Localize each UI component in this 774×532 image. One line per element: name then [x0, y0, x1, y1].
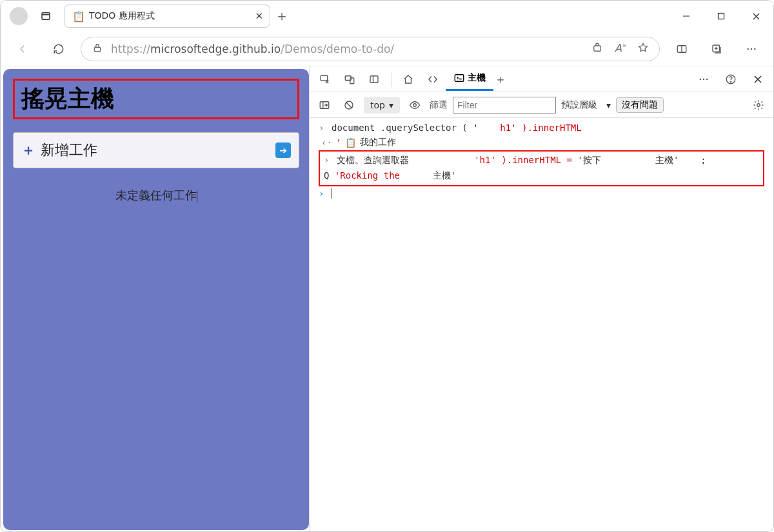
svg-point-22: [757, 103, 760, 106]
devtools-tabstrip: 主機 ＋: [310, 66, 773, 92]
content-split: 搖晃主機 ＋ 新增工作 ➔ 未定義任何工作 主機 ＋: [1, 66, 773, 532]
devtools-add-tab-button[interactable]: ＋: [495, 72, 506, 87]
tab-welcome-icon[interactable]: [397, 68, 420, 91]
prompt-chevron-icon: ›: [319, 188, 326, 199]
tab-actions-icon[interactable]: [37, 7, 55, 25]
plus-icon: ＋: [21, 141, 35, 160]
shopping-icon[interactable]: [591, 42, 603, 56]
svg-rect-3: [594, 46, 601, 51]
address-bar[interactable]: https://microsoftedge.github.io/Demos/de…: [81, 37, 660, 61]
address-actions: A»: [591, 42, 649, 56]
console-prompt[interactable]: ›: [319, 186, 764, 201]
nav-right-icons: [668, 37, 766, 61]
sidebar-toggle-icon[interactable]: [315, 96, 334, 114]
close-window-button[interactable]: [739, 2, 773, 30]
tab-active[interactable]: 📋 TODO 應用程式 ✕: [64, 5, 270, 28]
favorite-icon[interactable]: [637, 42, 649, 56]
clear-console-icon[interactable]: [339, 96, 359, 114]
collections-icon[interactable]: [702, 37, 731, 61]
tab-console-label: 主機: [468, 72, 486, 84]
context-selector[interactable]: top▾: [364, 97, 400, 113]
console-settings-icon[interactable]: [749, 96, 768, 114]
window-controls: [669, 2, 773, 30]
tab-console[interactable]: 主機: [446, 68, 493, 91]
console-input-line: › document .querySelector ( ' h1' ).inne…: [319, 121, 764, 135]
more-menu-icon[interactable]: [737, 37, 766, 61]
console-highlight-box: › 文檔。查詢選取器 'h1' ).innerHTML = '按下 主機' ; …: [319, 150, 764, 186]
devtools-more-icon[interactable]: [692, 68, 715, 91]
titlebar: 📋 TODO 應用程式 ✕ ＋: [1, 1, 773, 32]
dock-side-icon[interactable]: [362, 68, 386, 91]
console-output-line: ‹· '📋 我的工作: [321, 135, 764, 150]
svg-rect-12: [370, 75, 378, 83]
read-aloud-icon[interactable]: A»: [615, 42, 626, 56]
issues-button[interactable]: 沒有問題: [616, 97, 664, 113]
tab-elements-icon[interactable]: [421, 68, 444, 91]
page-h1-highlight: 搖晃主機: [13, 79, 299, 119]
console-toolbar: top▾ 篩選 預設層級▾ 沒有問題: [310, 92, 773, 118]
device-emulation-icon[interactable]: [338, 68, 361, 91]
nav-reload-button[interactable]: [45, 37, 73, 61]
filter-label: 篩選: [430, 99, 448, 111]
live-expression-icon[interactable]: [405, 96, 424, 114]
lock-icon: [92, 42, 103, 55]
new-tab-button[interactable]: ＋: [270, 6, 293, 26]
svg-rect-13: [455, 75, 464, 82]
submit-task-button[interactable]: ➔: [275, 143, 291, 158]
svg-rect-1: [719, 14, 724, 19]
devtools-help-icon[interactable]: [719, 68, 742, 91]
tab-close-icon[interactable]: ✕: [255, 10, 263, 22]
output-arrow-icon: ‹·: [321, 137, 332, 148]
split-screen-icon[interactable]: [668, 37, 696, 61]
empty-tasks-message: 未定義任何工作: [13, 188, 299, 203]
inspect-icon[interactable]: [313, 68, 337, 91]
clipboard-icon: 📋: [345, 137, 356, 148]
add-task-placeholder: 新增工作: [41, 141, 270, 160]
svg-point-16: [706, 78, 708, 79]
svg-point-6: [748, 48, 749, 49]
maximize-button[interactable]: [704, 2, 739, 30]
input-chevron-icon: ›: [319, 123, 326, 133]
app-pane: 搖晃主機 ＋ 新增工作 ➔ 未定義任何工作: [3, 69, 309, 530]
svg-point-7: [751, 48, 752, 49]
input-chevron-icon: ›: [324, 155, 332, 165]
svg-rect-2: [95, 47, 101, 52]
svg-point-18: [730, 81, 731, 82]
tab-strip: 📋 TODO 應用程式 ✕ ＋: [64, 4, 293, 28]
add-task-input[interactable]: ＋ 新增工作 ➔: [13, 132, 299, 168]
filter-input[interactable]: [453, 97, 556, 113]
log-levels-selector[interactable]: 預設層級▾: [561, 99, 611, 111]
tab-title: TODO 應用程式: [89, 10, 250, 22]
devtools-pane: 主機 ＋ top▾ 篩選 預設層級▾ 沒有問題 › document .quer…: [309, 66, 773, 532]
console-body[interactable]: › document .querySelector ( ' h1' ).inne…: [310, 118, 773, 532]
nav-back-button[interactable]: [8, 37, 37, 61]
nav-toolbar: https://microsoftedge.github.io/Demos/de…: [1, 32, 773, 66]
page-h1: 搖晃主機: [21, 83, 291, 115]
svg-point-15: [703, 78, 704, 79]
address-url: https://microsoftedge.github.io/Demos/de…: [111, 43, 394, 55]
tab-favicon-icon: 📋: [74, 11, 84, 21]
svg-point-8: [754, 48, 755, 49]
prompt-cursor: [332, 188, 332, 199]
devtools-close-icon[interactable]: [746, 68, 769, 91]
svg-point-21: [413, 103, 417, 106]
svg-rect-9: [321, 75, 328, 81]
profile-avatar[interactable]: [10, 7, 28, 25]
svg-point-14: [700, 78, 701, 79]
svg-rect-0: [42, 13, 50, 20]
minimize-button[interactable]: [669, 2, 704, 30]
